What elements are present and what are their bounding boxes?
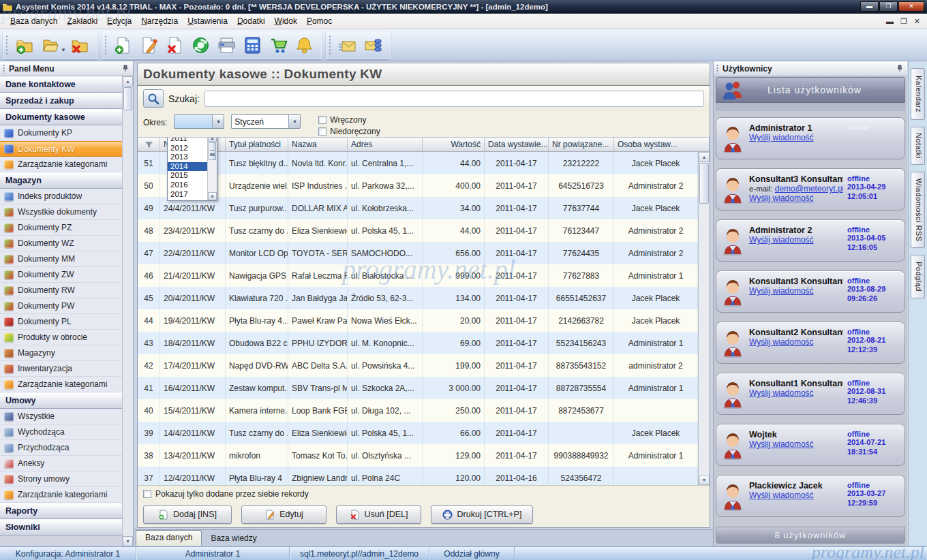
table-row[interactable]: 4419/4/2011/KWPłyta Blu-ray 4...Paweł Kr…	[138, 309, 698, 332]
mail-send-icon[interactable]	[335, 32, 361, 58]
year-option-2017[interactable]: 2017	[168, 190, 207, 200]
usuń-del-button[interactable]: Usuń [DEL]	[336, 505, 421, 524]
table-row[interactable]: 3712/4/2011/KWPłyta Blu-ray 4Zbigniew La…	[138, 467, 698, 485]
sidebar-item-dokumenty-pl[interactable]: Dokumenty PL	[0, 314, 123, 330]
send-message-link[interactable]: Wyślij wiadomość	[749, 193, 814, 203]
column-header-osoba-wystaw[interactable]: Osoba wystaw...	[614, 138, 710, 151]
sidebar-item-dokumenty-pw[interactable]: Dokumenty PW	[0, 298, 123, 314]
users-panel-header[interactable]: Użytkownicy	[714, 61, 907, 76]
table-row[interactable]: 4015/4/2011/KWKamera interne...Loop Bank…	[138, 399, 698, 422]
column-header-wartość[interactable]: Wartość	[423, 138, 485, 151]
column-header-tytuł-płatności[interactable]: Tytuł płatności	[226, 138, 288, 151]
side-tab-wiadomości-rss[interactable]: Wiadomości RSS	[911, 172, 925, 248]
sidebar-section-magazyn[interactable]: Magazyn	[0, 172, 123, 189]
sidebar-item-dokumenty-kp[interactable]: Dokumenty KP	[0, 125, 123, 141]
year-option-2011[interactable]: 2011	[168, 137, 207, 144]
sidebar-item-dokumenty-pz[interactable]: Dokumenty PZ	[0, 220, 123, 236]
chevron-down-icon[interactable]: ▼	[61, 47, 66, 53]
sidebar-item-zarządzanie-kategoriami[interactable]: Zarządzanie kategoriami	[0, 157, 123, 172]
sidebar-section-umowy[interactable]: Umowy	[0, 392, 123, 409]
left-panel-scrollbar[interactable]: ▲ ▼	[122, 76, 133, 546]
year-dropdown-list[interactable]: 2011201220132014201520162017 ▲ ▼	[167, 137, 217, 201]
chevron-down-icon[interactable]: ▼	[212, 115, 224, 128]
menu-item-ustawienia[interactable]: Ustawienia	[183, 14, 232, 28]
table-scrollbar[interactable]: ▲ ▼	[698, 152, 710, 485]
column-header-adres[interactable]: Adres	[348, 138, 423, 151]
table-row[interactable]: 3813/4/2011/KWmikrofonTomasz Kot To...ul…	[138, 444, 698, 467]
year-option-2014[interactable]: 2014	[168, 162, 207, 172]
sidebar-item-dokumenty-kw[interactable]: Dokumenty KW	[0, 141, 123, 157]
drukuj-ctrl-p-button[interactable]: Drukuj [CTRL+P]	[431, 505, 533, 524]
scroll-up-icon[interactable]: ▲	[208, 137, 217, 142]
edytuj-button[interactable]: Edytuj	[241, 505, 326, 524]
user-email-link[interactable]: demo@meteoryt.pl	[775, 184, 843, 193]
sidebar-section-dane-kontaktowe[interactable]: Dane kontaktowe	[0, 76, 123, 93]
dropdown-scrollbar[interactable]: ▲ ▼	[207, 137, 217, 200]
scroll-thumb[interactable]	[123, 87, 132, 110]
table-row[interactable]: 4823/4/2011/KWTusz czarny do ...Eliza Si…	[138, 219, 698, 242]
table-row[interactable]: 4116/4/2011/KWZestaw komput...SBV Trans-…	[138, 377, 698, 399]
own-records-checkbox[interactable]	[143, 490, 151, 498]
menu-item-dodatki[interactable]: Dodatki	[232, 14, 270, 28]
scroll-down-icon[interactable]: ▼	[208, 192, 217, 200]
table-row[interactable]: 50Urządzenie wiel...ISP Industries ...ul…	[138, 174, 698, 197]
column-header-filter[interactable]	[138, 138, 160, 151]
menu-item-baza-danych[interactable]: Baza danych	[5, 14, 62, 28]
tab-baza-wiedzy[interactable]: Baza wiedzy	[202, 531, 265, 546]
table-row[interactable]: 4621/4/2011/KWNawigacja GPSRafał Leczma …	[138, 264, 698, 287]
side-tab-notatki[interactable]: Notatki	[911, 127, 925, 165]
sidebar-item-wszystkie[interactable]: Wszystkie	[0, 409, 123, 424]
undelivered-checkbox[interactable]	[318, 127, 326, 136]
bell-icon[interactable]	[292, 32, 318, 58]
mdi-close-button[interactable]: ✕	[914, 17, 920, 26]
sidebar-item-dokumenty-wz[interactable]: Dokumenty WZ	[0, 236, 123, 251]
scroll-thumb[interactable]	[699, 163, 709, 204]
send-message-link[interactable]: Wyślij wiadomość	[749, 439, 814, 449]
delivered-checkbox[interactable]	[318, 116, 326, 124]
menu-item-narzędzia[interactable]: Narzędzia	[136, 14, 183, 28]
table-row[interactable]: 4924/4/2011/KWTusz purpurow...DOLLAR MIX…	[138, 197, 698, 219]
dodaj-ins-button[interactable]: Dodaj [INS]	[143, 505, 232, 524]
send-message-link[interactable]: Wyślij wiadomość	[749, 337, 814, 347]
record-edit-icon[interactable]	[136, 32, 162, 58]
minimize-button[interactable]: ▬	[860, 1, 879, 12]
sidebar-section-słowniki[interactable]: Słowniki	[0, 519, 123, 535]
sidebar-item-magazyny[interactable]: Magazyny	[0, 345, 123, 361]
record-delete-icon[interactable]	[162, 32, 188, 58]
sidebar-item-przychodząca[interactable]: Przychodząca	[0, 440, 123, 456]
mdi-restore-button[interactable]: ❐	[900, 17, 907, 26]
restore-button[interactable]: ❐	[879, 1, 898, 12]
column-header-data-wystawie[interactable]: Data wystawie...	[485, 138, 549, 151]
scroll-up-icon[interactable]: ▲	[123, 76, 133, 87]
sidebar-section-dokumenty-kasowe[interactable]: Dokumenty kasowe	[0, 109, 123, 125]
year-option-2015[interactable]: 2015	[168, 171, 207, 181]
send-message-link[interactable]: Wyślij wiadomość	[749, 388, 814, 398]
sidebar-item-zarządzanie-kategoriami[interactable]: Zarządzanie kategoriami	[0, 377, 123, 392]
pin-icon[interactable]	[896, 65, 903, 72]
send-message-link[interactable]: Wyślij wiadomość	[749, 133, 814, 142]
scroll-down-icon[interactable]: ▼	[123, 536, 133, 546]
sidebar-item-dokumenty-rw[interactable]: Dokumenty RW	[0, 283, 123, 298]
table-row[interactable]: 4217/4/2011/KWNapęd DVD-RW...ABC Delta S…	[138, 354, 698, 377]
cart-icon[interactable]	[266, 32, 292, 58]
column-header-nr-powiązane[interactable]: Nr powiązane...	[549, 138, 614, 151]
table-row[interactable]: 3914/4/2011/KWTusz czarny do ...Eliza Si…	[138, 422, 698, 444]
month-combobox[interactable]: Styczeń ▼	[231, 114, 301, 129]
year-option-2012[interactable]: 2012	[168, 144, 207, 153]
menu-item-edycja[interactable]: Edycja	[102, 14, 136, 28]
send-message-link[interactable]: Wyślij wiadomość	[749, 491, 814, 500]
folder-open-icon[interactable]	[37, 32, 63, 58]
send-message-link[interactable]: Wyślij wiadomość	[749, 286, 814, 296]
menu-item-widok[interactable]: Widok	[270, 14, 302, 28]
year-combobox[interactable]: ▼	[174, 114, 224, 129]
sidebar-item-produkty-w-obrocie[interactable]: Produkty w obrocie	[0, 330, 123, 345]
sidebar-item-wychodząca[interactable]: Wychodząca	[0, 424, 123, 440]
sidebar-item-dokumenty-zw[interactable]: Dokumenty ZW	[0, 267, 123, 283]
table-row[interactable]: 4520/4/2011/KWKlawiatura 720 ...Jan Bałd…	[138, 287, 698, 309]
printer-icon[interactable]	[214, 32, 240, 58]
table-row[interactable]: 51Tusz błękitny d...Novia ltd. Konr...ul…	[138, 152, 698, 174]
folder-new-icon[interactable]	[12, 32, 37, 58]
send-message-link[interactable]: Wyślij wiadomość	[749, 235, 814, 245]
search-button[interactable]	[143, 89, 164, 108]
scroll-up-icon[interactable]: ▲	[699, 152, 710, 162]
